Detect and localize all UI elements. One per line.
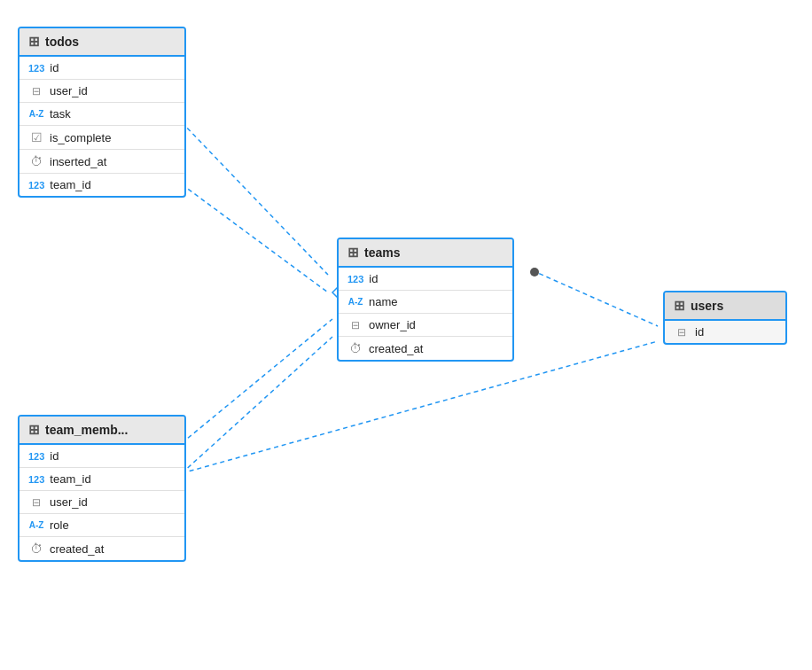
icon-number: 123 — [28, 63, 44, 74]
table-row: ☑ is_complete — [20, 126, 184, 150]
table-teams-title: teams — [364, 245, 400, 260]
icon-text: A-Z — [28, 109, 44, 119]
table-team-members-body: 123 id 123 team_id ⊟ user_id A-Z role ⏱ … — [20, 445, 184, 560]
field-name: id — [50, 449, 59, 463]
svg-line-7 — [182, 337, 332, 473]
table-icon-users: ⊞ — [674, 298, 685, 314]
svg-line-2 — [182, 184, 328, 292]
table-row: ⏱ inserted_at — [20, 150, 184, 174]
table-row: A-Z role — [20, 514, 184, 537]
icon-boolean: ☑ — [28, 130, 44, 144]
field-name: role — [50, 518, 69, 532]
field-name: team_id — [50, 178, 90, 191]
icon-text: A-Z — [347, 297, 363, 307]
table-row: ⊟ id — [665, 321, 785, 343]
table-teams[interactable]: ⊞ teams 123 id A-Z name ⊟ owner_id ⏱ cre… — [337, 238, 514, 362]
icon-foreign-key: ⊟ — [28, 496, 44, 509]
field-name: owner_id — [369, 318, 416, 331]
icon-number: 123 — [28, 474, 44, 485]
table-row: A-Z name — [339, 291, 512, 314]
field-name: user_id — [50, 495, 88, 509]
table-users-body: ⊟ id — [665, 321, 785, 343]
field-name: inserted_at — [50, 155, 106, 168]
table-team-members[interactable]: ⊞ team_memb... 123 id 123 team_id ⊟ user… — [18, 415, 186, 562]
icon-number: 123 — [28, 451, 44, 462]
table-users[interactable]: ⊞ users ⊟ id — [663, 291, 787, 345]
svg-line-9 — [182, 319, 332, 443]
table-row: 123 id — [20, 445, 184, 468]
table-users-title: users — [691, 299, 723, 313]
field-name: id — [50, 61, 59, 74]
icon-number: 123 — [28, 180, 44, 191]
diagram-canvas: ⊞ todos 123 id ⊟ user_id A-Z task ☑ is_c… — [0, 0, 812, 670]
table-teams-body: 123 id A-Z name ⊟ owner_id ⏱ created_at — [339, 268, 512, 360]
field-name: created_at — [369, 342, 423, 355]
table-row: 123 team_id — [20, 468, 184, 491]
table-icon-team-members: ⊞ — [28, 422, 40, 438]
table-row: A-Z task — [20, 103, 184, 126]
field-name: user_id — [50, 84, 88, 97]
icon-foreign-key: ⊟ — [28, 85, 44, 97]
icon-foreign-key: ⊟ — [674, 326, 690, 339]
table-row: ⊟ user_id — [20, 80, 184, 103]
table-todos-body: 123 id ⊟ user_id A-Z task ☑ is_complete … — [20, 57, 184, 196]
table-row: 123 id — [20, 57, 184, 80]
icon-foreign-key: ⊟ — [347, 319, 363, 331]
svg-point-6 — [530, 268, 539, 277]
table-row: 123 team_id — [20, 174, 184, 196]
field-name: team_id — [50, 472, 90, 486]
field-name: task — [50, 107, 71, 121]
table-todos-header: ⊞ todos — [20, 28, 184, 57]
field-name: id — [695, 325, 704, 339]
table-icon-todos: ⊞ — [28, 34, 40, 50]
icon-number: 123 — [347, 274, 363, 284]
field-name: created_at — [50, 542, 104, 556]
svg-line-0 — [182, 122, 328, 275]
table-todos-title: todos — [45, 35, 79, 49]
table-row: ⊟ owner_id — [339, 314, 512, 337]
table-row: ⏱ created_at — [339, 337, 512, 360]
icon-timestamp: ⏱ — [28, 154, 44, 168]
table-team-members-title: team_memb... — [45, 423, 128, 437]
table-todos[interactable]: ⊞ todos 123 id ⊟ user_id A-Z task ☑ is_c… — [18, 27, 186, 198]
icon-text: A-Z — [28, 520, 44, 530]
table-users-header: ⊞ users — [665, 292, 785, 321]
field-name: name — [369, 295, 398, 308]
icon-timestamp: ⏱ — [347, 341, 363, 355]
table-icon-teams: ⊞ — [347, 245, 359, 261]
table-team-members-header: ⊞ team_memb... — [20, 417, 184, 445]
table-row: 123 id — [339, 268, 512, 291]
table-row: ⏱ created_at — [20, 537, 184, 560]
svg-line-5 — [532, 270, 658, 326]
table-row: ⊟ user_id — [20, 491, 184, 514]
icon-timestamp: ⏱ — [28, 541, 44, 556]
field-name: id — [369, 272, 378, 285]
field-name: is_complete — [50, 131, 111, 144]
table-teams-header: ⊞ teams — [339, 239, 512, 268]
